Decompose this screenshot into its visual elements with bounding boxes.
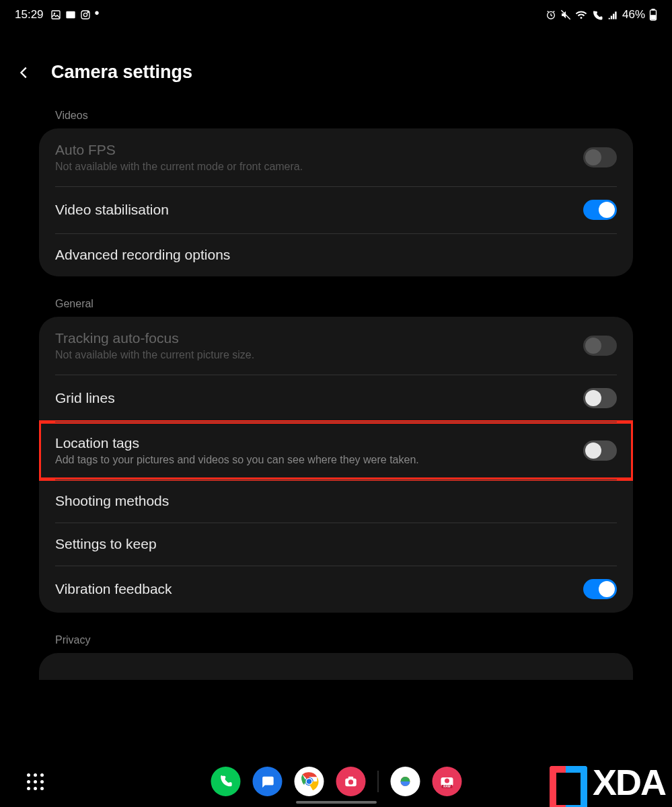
advrec-title: Advanced recording options (55, 247, 617, 263)
row-location-tags[interactable]: Location tags Add tags to your pictures … (39, 422, 633, 479)
location-sub: Add tags to your pictures and videos so … (55, 454, 583, 466)
svg-rect-9 (652, 9, 655, 10)
svg-point-4 (83, 13, 87, 16)
xda-bracket-icon (550, 763, 587, 801)
home-indicator[interactable] (296, 801, 377, 804)
photos-app-icon[interactable] (390, 767, 420, 796)
dock-divider (377, 771, 378, 792)
xda-text: XDA (593, 761, 665, 803)
row-settings-to-keep[interactable]: Settings to keep (39, 523, 633, 566)
outlook-icon (65, 9, 76, 20)
auto-fps-toggle (583, 147, 617, 167)
svg-point-21 (445, 779, 449, 783)
shooting-title: Shooting methods (55, 493, 617, 509)
wifi-icon (575, 9, 587, 20)
svg-point-1 (53, 13, 55, 15)
row-auto-fps: Auto FPS Not available with the current … (39, 128, 633, 186)
tracking-sub: Not available with the current picture s… (55, 349, 583, 361)
status-left-icons: • (50, 9, 100, 20)
keep-title: Settings to keep (55, 536, 617, 552)
location-title: Location tags (55, 435, 583, 451)
gallery-icon (50, 9, 61, 20)
row-advanced-recording[interactable]: Advanced recording options (39, 233, 633, 276)
xda-logo: XDA (550, 761, 665, 803)
chrome-app-icon[interactable] (294, 767, 324, 796)
svg-point-5 (87, 12, 88, 13)
raw-camera-app-icon[interactable]: RAW (432, 767, 461, 796)
app-drawer-button[interactable] (27, 773, 44, 790)
svg-text:RAW: RAW (443, 785, 451, 788)
svg-point-16 (306, 779, 311, 784)
messages-app-icon[interactable] (252, 767, 282, 796)
vibration-title: Vibration feedback (55, 581, 583, 597)
phone-app-icon[interactable] (211, 767, 240, 796)
alarm-icon (546, 9, 556, 20)
status-time: 15:29 (15, 8, 44, 22)
status-bar: 15:29 • 46% (0, 0, 672, 30)
mute-icon (560, 9, 571, 20)
row-shooting-methods[interactable]: Shooting methods (39, 479, 633, 523)
location-toggle[interactable] (583, 440, 617, 461)
battery-percent: 46% (622, 8, 645, 22)
svg-rect-19 (348, 777, 352, 779)
back-button[interactable] (16, 65, 32, 81)
svg-rect-2 (66, 11, 75, 19)
privacy-card (39, 653, 633, 680)
section-label-videos: Videos (39, 102, 633, 128)
grid-title: Grid lines (55, 390, 583, 406)
videos-card: Auto FPS Not available with the current … (39, 128, 633, 276)
general-card: Tracking auto-focus Not available with t… (39, 317, 633, 613)
auto-fps-title: Auto FPS (55, 142, 583, 158)
row-video-stabilisation[interactable]: Video stabilisation (39, 186, 633, 233)
section-label-privacy: Privacy (39, 626, 633, 653)
svg-rect-0 (52, 11, 60, 19)
svg-point-18 (348, 779, 352, 784)
svg-rect-10 (651, 15, 655, 20)
chevron-left-icon (17, 65, 32, 80)
tracking-toggle (583, 336, 617, 356)
signal-icon (607, 9, 618, 20)
camera-app-icon[interactable] (336, 767, 365, 796)
battery-icon (649, 9, 657, 21)
vibration-toggle[interactable] (583, 579, 617, 599)
page-title: Camera settings (51, 62, 192, 83)
row-vibration-feedback[interactable]: Vibration feedback (39, 566, 633, 613)
auto-fps-sub: Not available with the current mode or f… (55, 161, 583, 173)
row-tracking-autofocus: Tracking auto-focus Not available with t… (39, 317, 633, 375)
row-grid-lines[interactable]: Grid lines (39, 375, 633, 422)
volte-icon (591, 9, 603, 20)
instagram-icon (80, 9, 91, 20)
header: Camera settings (0, 30, 672, 102)
grid-toggle[interactable] (583, 388, 617, 408)
section-label-general: General (39, 290, 633, 317)
stabilisation-title: Video stabilisation (55, 202, 583, 218)
tracking-title: Tracking auto-focus (55, 330, 583, 346)
stabilisation-toggle[interactable] (583, 200, 617, 220)
